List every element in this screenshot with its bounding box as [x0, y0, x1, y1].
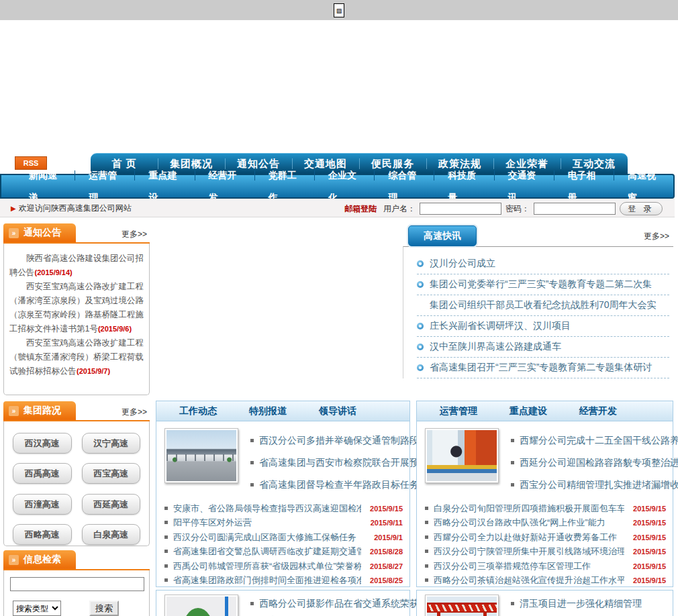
notice-more-link[interactable]: 更多>>: [122, 229, 147, 240]
search-panel-title: 信息检索: [23, 554, 61, 566]
road-button-hanning[interactable]: 汉宁高速: [82, 433, 141, 454]
item-date: 2015/9/11: [361, 519, 403, 527]
blue-dot-icon: [417, 344, 424, 350]
tab-key-construction[interactable]: 重点建设: [510, 405, 547, 417]
list-item[interactable]: 西略分公司汉台路政中队强化“网上作业”能力 2015/9/15: [425, 516, 666, 531]
broken-image-icon: ▨: [334, 3, 344, 17]
search-type-select[interactable]: 搜索类型: [13, 601, 61, 616]
double-chevron-icon: »: [9, 555, 19, 565]
notice-date: (2015/9/6): [98, 325, 132, 333]
road-button-xilue[interactable]: 西略高速: [13, 524, 72, 545]
road-button-xiyan[interactable]: 西延高速: [82, 494, 141, 515]
road-more-link[interactable]: 更多>>: [122, 407, 147, 418]
featured-item[interactable]: 西延分公司迎国检路容路貌专项整治进: [511, 452, 678, 474]
express-news-more-link[interactable]: 更多>>: [644, 231, 669, 242]
road-button-xitong[interactable]: 西潼高速: [13, 494, 72, 515]
list-item[interactable]: 省高速集团省交警总队调研西临改扩建延期交通管制情况 2015/8/28: [164, 545, 403, 560]
notice-date: (2015/9/7): [77, 367, 110, 375]
username-label: 用户名：: [383, 203, 416, 215]
list-item[interactable]: 西略分公司茶镇治超站强化宣传提升治超工作水平 2015/9/15: [425, 574, 666, 588]
exhibition-photo[interactable]: [164, 595, 238, 616]
search-panel-tab[interactable]: » 信息检索: [3, 550, 76, 569]
express-news-list: 汉川分公司成立 集团公司党委举行“三严三实”专题教育专题二第二次集 集团公司组织…: [403, 246, 673, 378]
featured-item[interactable]: 省高速集团督导检查半年路政目标任务: [250, 474, 419, 496]
featured-item[interactable]: 西宝分公司精细管理扎实推进堵漏增收: [511, 474, 678, 496]
item-date: 2015/8/28: [361, 548, 403, 556]
news-item[interactable]: 汉川分公司成立: [417, 254, 669, 274]
blue-dot-icon: [417, 281, 424, 288]
featured-item[interactable]: 西汉分公司多措并举确保交通管制路段: [250, 429, 419, 452]
item-date: 2015/9/15: [624, 533, 666, 542]
road-conditions-panel: » 集团路况 更多>> 西汉高速 汉宁高速 西禹高速 西宝高速 西潼高速 西延高…: [3, 401, 150, 546]
road-button-xiyu[interactable]: 西禹高速: [13, 463, 72, 484]
page: ▨ RSS 首 页 集团概况 通知公告 交通地图 便民服务 政策法规 企业荣誉 …: [0, 0, 678, 616]
featured-item[interactable]: 西略分公司摄影作品在省交通系统荣获: [250, 595, 419, 612]
blue-dot-icon: [417, 260, 424, 267]
list-item[interactable]: 西汉分公司圆满完成山区路面大修施工保畅任务 2015/9/1: [164, 530, 403, 545]
login-button[interactable]: 登 录: [620, 202, 663, 215]
road-panel-tab[interactable]: » 集团路况: [3, 401, 76, 420]
username-input[interactable]: [420, 203, 501, 215]
item-date: 2015/9/1: [361, 533, 403, 542]
password-input[interactable]: [534, 203, 616, 215]
notice-item[interactable]: 陕西省高速公路建设集团公司招聘公告(2015/9/14): [9, 252, 144, 280]
tab-work-dynamics[interactable]: 工作动态: [179, 405, 217, 417]
notice-panel-tab[interactable]: » 通知公告: [3, 223, 76, 242]
item-date: 2015/9/15: [624, 562, 666, 570]
login-group: 邮箱登陆 用户名： 密码： 登 录: [344, 199, 663, 218]
list-item[interactable]: 阳平停车区对外运营 2015/9/11: [164, 516, 403, 531]
welcome-text: 欢迎访问陕西高速集团公司网站: [19, 203, 132, 214]
featured-item[interactable]: 西耀分公司完成十二五全国干线公路养: [511, 429, 678, 452]
list-item[interactable]: 西汉分公司三项举措规范停车区管理工作 2015/9/15: [425, 559, 666, 574]
mail-login-link[interactable]: 邮箱登陆: [344, 203, 377, 215]
item-date: 2015/9/15: [624, 576, 666, 584]
item-date: 2015/9/15: [624, 548, 666, 556]
express-news-tab[interactable]: 高速快讯: [408, 225, 477, 246]
toll-booth-photo[interactable]: [425, 428, 499, 483]
double-chevron-icon: »: [9, 228, 19, 238]
list-item[interactable]: 西汉分公司宁陕管理所集中开展引线路域环境治理工 2015/9/15: [425, 545, 666, 560]
item-date: 2015/9/15: [624, 505, 666, 513]
news-item[interactable]: 庄长兴副省长调研坪汉、汉川项目: [417, 316, 669, 337]
double-chevron-icon: »: [9, 406, 19, 416]
news-item[interactable]: 集团公司组织干部员工收看纪念抗战胜利70周年大会实: [417, 295, 669, 316]
tab-operations[interactable]: 运营管理: [440, 405, 477, 417]
search-input[interactable]: [10, 577, 144, 591]
notice-item[interactable]: 西安至宝鸡高速公路改扩建工程（潘家湾至凉泉段）及宝鸡过境公路（凉泉至苟家岭段）路…: [9, 280, 144, 336]
featured-item[interactable]: 渭玉项目进一步强化精细管理: [511, 595, 651, 612]
toll-station-photo[interactable]: [164, 428, 238, 483]
list-item[interactable]: 西禹公司韩城管理所喜获“省级园林式单位”荣誉称号 2015/8/27: [164, 559, 403, 574]
featured-item[interactable]: 培育路文化 凝聚精气神: [250, 612, 419, 616]
list-item[interactable]: 白泉分公司旬阳管理所四项措施积极开展面包车车型 2015/9/15: [425, 501, 666, 516]
road-button-xibao[interactable]: 西宝高速: [82, 463, 141, 484]
list-item[interactable]: 安康市、省公路局领导检查指导西汉高速迎国检准备工作 2015/9/15: [164, 501, 403, 516]
work-panel: 工作动态 特别报道 领导讲话 西汉分公司多措并举确保交通管制路段 省高速集团与西…: [156, 401, 410, 587]
road-button-xihan[interactable]: 西汉高速: [13, 433, 72, 454]
item-date: 2015/8/27: [361, 562, 403, 570]
notice-date: (2015/9/14): [35, 268, 72, 276]
project-panel: 渭玉项目进一步强化精细管理 汉坪高速：信息化助推项目建设: [416, 590, 673, 616]
welcome-bar: ▶ 欢迎访问陕西高速集团公司网站 邮箱登陆 用户名： 密码： 登 录: [0, 199, 675, 217]
girder-crane-photo[interactable]: [425, 595, 499, 616]
list-item[interactable]: 省高速集团路政部门倒排时间全面推进迎检各项准备工作 2015/8/25: [164, 574, 403, 588]
blue-dot-icon: [417, 364, 424, 371]
road-button-baiquan[interactable]: 白泉高速: [82, 524, 141, 545]
notice-item[interactable]: 西安至宝鸡高速公路改扩建工程（虢镇东至潘家湾段）桥梁工程荷载试验招标招标公告(2…: [9, 336, 144, 378]
tab-business-dev[interactable]: 经营开发: [579, 405, 617, 417]
news-item[interactable]: 汉中至陕川界高速公路建成通车: [417, 337, 669, 358]
notice-panel-title: 通知公告: [23, 227, 61, 239]
news-item[interactable]: 省高速集团召开“三严三实”专题教育第二专题集体研讨: [417, 358, 669, 378]
culture-panel: 西略分公司摄影作品在省交通系统荣获 培育路文化 凝聚精气神: [156, 590, 410, 616]
news-item[interactable]: 集团公司党委举行“三严三实”专题教育专题二第二次集: [417, 274, 669, 295]
tab-leader-speeches[interactable]: 领导讲话: [319, 405, 356, 417]
item-date: 2015/8/25: [361, 576, 403, 584]
item-date: 2015/9/15: [624, 519, 666, 527]
notice-panel: » 通知公告 更多>> 陕西省高速公路建设集团公司招聘公告(2015/9/14)…: [3, 223, 150, 395]
express-news-panel: 高速快讯 更多>> 汉川分公司成立 集团公司党委举行“三严三实”专题教育专题二第…: [403, 225, 673, 396]
password-label: 密码：: [505, 203, 530, 215]
featured-item[interactable]: 省高速集团与西安市检察院联合开展预: [250, 452, 419, 474]
featured-item[interactable]: 汉坪高速：信息化助推项目建设: [511, 612, 651, 616]
tab-special-reports[interactable]: 特别报道: [249, 405, 287, 417]
search-button[interactable]: 搜索: [89, 601, 119, 616]
list-item[interactable]: 西耀分公司全力以赴做好新站开通收费筹备工作 2015/9/15: [425, 530, 666, 545]
